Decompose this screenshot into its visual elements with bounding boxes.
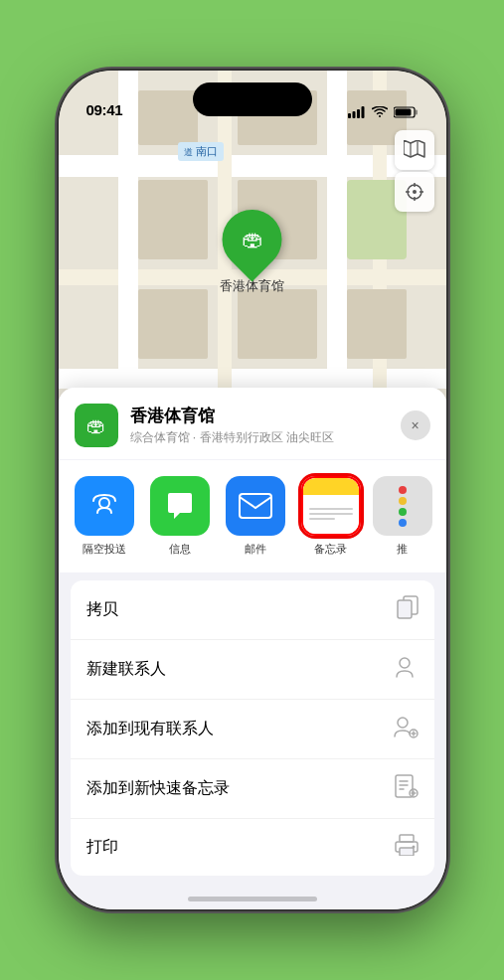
battery-icon xyxy=(394,106,419,118)
svg-rect-32 xyxy=(400,835,414,842)
road-label-prefix: 道 xyxy=(184,147,193,157)
building-1 xyxy=(138,180,208,259)
building-7 xyxy=(238,289,317,359)
dot-blue xyxy=(399,519,407,527)
notes-line-3 xyxy=(309,518,335,520)
menu-add-existing-label: 添加到现有联系人 xyxy=(86,719,214,739)
messages-symbol xyxy=(164,491,196,521)
road-label: 道 南口 xyxy=(178,142,224,161)
location-description: 综合体育馆 · 香港特别行政区 油尖旺区 xyxy=(130,429,389,446)
notes-line-2 xyxy=(309,513,353,515)
copy-symbol xyxy=(397,595,419,619)
map-controls xyxy=(395,130,434,212)
svg-rect-34 xyxy=(400,848,414,856)
share-item-airdrop[interactable]: 隔空投送 xyxy=(71,476,138,557)
menu-item-quick-note[interactable]: 添加到新快速备忘录 xyxy=(71,759,434,819)
svg-rect-17 xyxy=(240,494,271,518)
status-time: 09:41 xyxy=(86,101,123,118)
person-badge-icon xyxy=(393,715,419,743)
phone-frame: 09:41 xyxy=(59,71,446,909)
print-icon xyxy=(395,834,419,861)
note-add-icon xyxy=(395,774,419,803)
building-8 xyxy=(347,289,407,359)
map-pin-icon: 🏟 xyxy=(210,198,294,282)
menu-item-copy[interactable]: 拷贝 xyxy=(71,580,434,640)
person-badge-symbol xyxy=(393,715,419,738)
menu-copy-label: 拷贝 xyxy=(86,599,118,620)
dot-red xyxy=(399,486,407,494)
svg-marker-7 xyxy=(404,140,424,157)
menu-list: 拷贝 新建联系人 xyxy=(71,580,434,876)
dot-yellow xyxy=(399,497,407,505)
notes-icon xyxy=(301,476,361,536)
menu-new-contact-label: 新建联系人 xyxy=(86,659,166,680)
signal-icon xyxy=(348,106,366,118)
notes-top-bar xyxy=(303,478,359,495)
venue-icon: 🏟 xyxy=(242,227,263,252)
share-item-more[interactable]: 推 xyxy=(373,476,432,557)
svg-point-21 xyxy=(398,718,408,728)
status-icons xyxy=(348,106,419,118)
mail-icon xyxy=(226,476,285,536)
airdrop-label: 隔空投送 xyxy=(83,542,126,557)
dynamic-island xyxy=(193,82,312,116)
notes-icon-inner xyxy=(303,478,359,534)
dots-column xyxy=(399,486,407,527)
svg-rect-6 xyxy=(395,109,411,116)
share-item-notes[interactable]: 备忘录 xyxy=(297,476,365,557)
phone-screen: 09:41 xyxy=(59,71,446,909)
location-info: 香港体育馆 综合体育馆 · 香港特别行政区 油尖旺区 xyxy=(130,405,389,446)
copy-icon xyxy=(397,595,419,624)
svg-rect-2 xyxy=(357,109,360,118)
notes-label: 备忘录 xyxy=(314,542,347,557)
svg-point-16 xyxy=(99,498,109,508)
notes-lines xyxy=(303,495,359,534)
svg-rect-1 xyxy=(352,111,355,118)
location-venue-icon: 🏟 xyxy=(75,404,118,447)
wifi-icon xyxy=(372,106,388,118)
share-item-messages[interactable]: 信息 xyxy=(146,476,214,557)
location-header: 🏟 香港体育馆 综合体育馆 · 香港特别行政区 油尖旺区 × xyxy=(59,388,446,459)
dot-green xyxy=(399,508,407,516)
airdrop-icon xyxy=(75,476,134,536)
share-item-mail[interactable]: 邮件 xyxy=(222,476,289,557)
airdrop-symbol xyxy=(89,491,119,521)
road-horizontal-3 xyxy=(59,369,446,389)
person-add-symbol xyxy=(395,655,419,679)
more-label: 推 xyxy=(397,542,408,557)
svg-point-11 xyxy=(413,190,417,194)
svg-rect-19 xyxy=(398,600,412,618)
note-add-symbol xyxy=(395,774,419,798)
menu-item-new-contact[interactable]: 新建联系人 xyxy=(71,640,434,700)
svg-rect-3 xyxy=(361,106,364,118)
bottom-sheet: 🏟 香港体育馆 综合体育馆 · 香港特别行政区 油尖旺区 × xyxy=(59,388,446,909)
messages-icon xyxy=(150,476,210,536)
mail-label: 邮件 xyxy=(245,542,266,557)
bottom-spacer xyxy=(59,876,446,909)
map-type-button[interactable] xyxy=(395,130,434,170)
location-name: 香港体育馆 xyxy=(130,405,389,427)
svg-rect-5 xyxy=(415,110,418,115)
home-indicator xyxy=(188,897,317,901)
print-symbol xyxy=(395,834,419,856)
building-6 xyxy=(138,289,208,359)
location-button[interactable] xyxy=(395,172,434,212)
menu-item-add-existing[interactable]: 添加到现有联系人 xyxy=(71,700,434,759)
svg-rect-0 xyxy=(348,113,351,118)
person-add-icon xyxy=(395,655,419,684)
map-pin: 🏟 香港体育馆 xyxy=(220,210,284,295)
menu-quick-note-label: 添加到新快速备忘录 xyxy=(86,778,230,799)
svg-point-20 xyxy=(400,658,410,668)
menu-print-label: 打印 xyxy=(86,837,118,858)
notes-line-1 xyxy=(309,508,353,510)
menu-item-print[interactable]: 打印 xyxy=(71,819,434,876)
close-button[interactable]: × xyxy=(401,410,430,440)
messages-label: 信息 xyxy=(169,542,191,557)
mail-symbol xyxy=(239,493,272,519)
map-type-icon xyxy=(404,140,425,160)
location-icon xyxy=(406,183,423,201)
svg-point-35 xyxy=(412,846,415,849)
share-row: 隔空投送 信息 xyxy=(59,460,446,572)
road-horizontal-1 xyxy=(59,155,446,177)
more-dots-icon xyxy=(373,476,432,536)
